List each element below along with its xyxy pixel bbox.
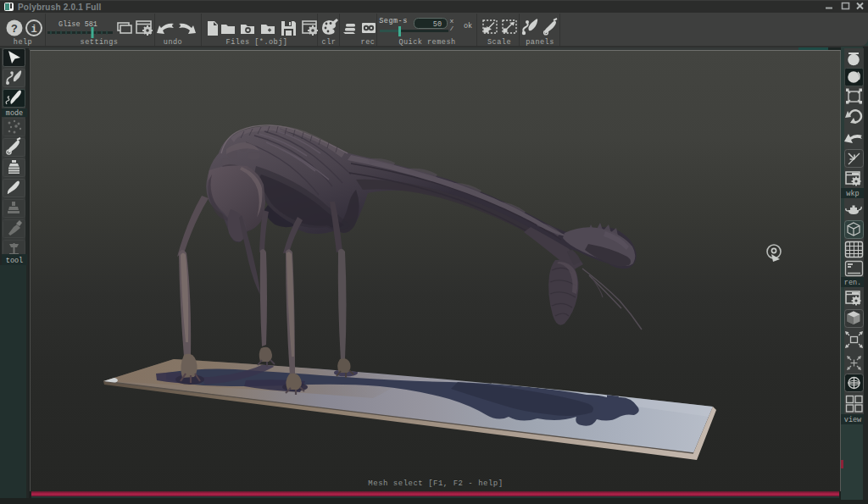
- svg-text:view: view: [844, 416, 862, 424]
- svg-text:mode: mode: [6, 109, 23, 118]
- svg-text:/: /: [450, 25, 454, 32]
- svg-text:50: 50: [433, 20, 442, 29]
- svg-text:?: ?: [11, 23, 18, 36]
- svg-text:undo: undo: [164, 38, 182, 47]
- svg-text:i: i: [31, 24, 36, 36]
- svg-text:clr: clr: [322, 38, 337, 47]
- svg-text:wkp: wkp: [846, 190, 859, 198]
- svg-text:Files [*.obj]: Files [*.obj]: [226, 38, 288, 47]
- svg-text:x: x: [450, 17, 454, 25]
- svg-text:Scale: Scale: [487, 38, 511, 47]
- svg-text:tool: tool: [6, 257, 23, 265]
- svg-text:panels: panels: [526, 38, 554, 47]
- svg-text:settings: settings: [81, 38, 119, 47]
- svg-text:Quick remesh: Quick remesh: [398, 38, 455, 47]
- svg-text:ren.: ren.: [844, 279, 861, 287]
- svg-text:Segm-s: Segm-s: [379, 17, 408, 25]
- svg-text:ok: ok: [464, 22, 472, 30]
- svg-text:rec: rec: [361, 38, 376, 47]
- svg-text:help: help: [14, 38, 32, 47]
